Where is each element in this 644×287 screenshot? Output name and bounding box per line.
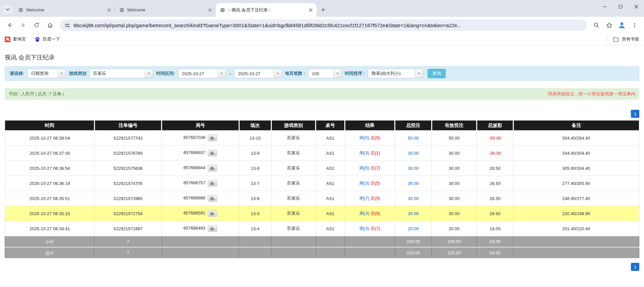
all-bookmarks[interactable]: 所有书签 [607, 36, 639, 42]
column-header-5: 桌号 [316, 121, 345, 131]
dropdown-arrow-icon[interactable] [415, 69, 423, 78]
dropdown-arrow-icon[interactable] [217, 69, 226, 78]
tab-search-button[interactable] [3, 5, 12, 14]
cell-session: 13-6 [239, 191, 271, 206]
result-banker: 庄(9) [370, 196, 380, 201]
reload-button[interactable] [30, 19, 43, 32]
window-minimize-button[interactable] [597, 0, 612, 13]
video-replay-button[interactable] [208, 225, 217, 232]
cell-bet-id: 522921574705 [94, 176, 161, 191]
back-button[interactable] [3, 19, 16, 32]
cell-remark: 334.40/304.40 [513, 146, 639, 161]
video-replay-button[interactable] [208, 195, 217, 202]
profile-avatar[interactable] [616, 19, 628, 31]
cell-game-type: 百家乐 [271, 176, 315, 191]
bet-record-row: 2025-10-27 06:35:51522921573965657686686… [5, 191, 639, 206]
address-bar[interactable]: 66cxkj98.com/ipl/portal.php/game/betreco… [60, 19, 587, 31]
window-close-button[interactable] [628, 0, 644, 13]
total-bet-link[interactable]: 30.00 [408, 166, 419, 171]
cell-bet-id: 522921577743 [94, 131, 161, 146]
result-banker: 庄(7) [370, 226, 380, 231]
cell-result: 闲(0) 庄(9) [345, 131, 395, 146]
game-type-select[interactable]: 百家乐 [89, 69, 153, 78]
cell-bet-id: 522921571697 [94, 221, 161, 236]
video-camera-icon [210, 151, 215, 155]
baidu-paw-icon [35, 37, 40, 42]
total-bet-link[interactable]: 30.00 [408, 196, 419, 201]
result-banker: 庄(5) [370, 181, 380, 186]
game-type-value: 百家乐 [90, 69, 145, 78]
browser-tab-1[interactable]: Welcome [14, 3, 115, 17]
dropdown-arrow-icon[interactable] [57, 69, 65, 78]
cell-game-type: 百家乐 [271, 221, 315, 236]
video-replay-button[interactable] [208, 165, 217, 172]
page-1-button[interactable]: 1 [631, 110, 639, 118]
mode-select[interactable]: 日期查询 [27, 69, 66, 78]
cell-valid-bet: 20.00 [432, 221, 477, 236]
total-bet-link[interactable]: 20.00 [408, 226, 419, 231]
zoom-icon[interactable] [590, 19, 602, 31]
url-text[interactable]: 66cxkj98.com/ipl/portal.php/game/betreco… [73, 22, 461, 28]
cell-total-bet: 30.00 [395, 146, 432, 161]
cell-session: 13-4 [239, 221, 271, 236]
cell-round-id: 657686591 [162, 206, 239, 221]
footer-cell-2 [162, 236, 239, 247]
cell-payout: 28.50 [477, 206, 513, 221]
footer-cell-10 [513, 247, 639, 258]
total-bet-link[interactable]: 50.00 [408, 136, 419, 141]
video-replay-button[interactable] [208, 135, 217, 141]
search-button[interactable]: 查询 [428, 69, 446, 78]
home-button[interactable] [44, 19, 56, 32]
cell-game-type: 百家乐 [271, 206, 315, 221]
cell-total-bet: 30.00 [395, 191, 432, 206]
column-header-0: 时间 [5, 121, 94, 131]
window-maximize-button[interactable] [612, 0, 628, 13]
total-bet-link[interactable]: 30.00 [408, 181, 419, 186]
cell-result: 闲(5) 庄(7) [345, 161, 395, 176]
browser-tab-2[interactable]: Welcome [115, 3, 216, 17]
bookmark-taobao[interactable]: 淘 爱淘宝 [5, 36, 26, 42]
date-from-select[interactable]: 2025-10-27 [178, 69, 226, 78]
total-bet-link[interactable]: 30.00 [408, 151, 419, 156]
footer-cell-7: 220.00 [395, 236, 432, 247]
dropdown-arrow-icon[interactable] [333, 69, 341, 78]
footer-cell-4 [271, 236, 315, 247]
bookmark-baidu[interactable]: 百度一下 [35, 36, 60, 42]
tab-close-icon[interactable] [207, 7, 213, 13]
bet-record-row: 2025-10-27 06:37:30522921576789657686937… [5, 146, 639, 161]
sort-label: 时间排序 : [345, 70, 365, 77]
date-range-label: 时间区间: [156, 70, 175, 77]
cell-result: 闲(3) 庄(9) [345, 206, 395, 221]
cell-result: 闲(3) 庄(1) [345, 146, 395, 161]
browser-tab-active[interactable]: :::视讯 会员下注纪录::: [216, 3, 316, 17]
bookmark-star-icon[interactable] [603, 19, 615, 31]
tab-close-icon[interactable] [106, 7, 112, 13]
footer-cell-1: 7 [94, 247, 161, 258]
column-header-4: 游戏类别 [271, 121, 315, 131]
dropdown-arrow-icon[interactable] [274, 69, 282, 78]
sort-select[interactable]: 降幂(由大到小) [368, 69, 423, 78]
game-type-label: 游戏类别 [69, 70, 86, 77]
summary-bar: 币别 : 人民币 | 总共 :7 注单 | 同局有效投注，统一计算在该局第一张注… [5, 88, 639, 100]
video-camera-icon [210, 212, 215, 216]
date-to-select[interactable]: 2025-10-27 [234, 69, 282, 78]
site-info-icon[interactable] [64, 22, 70, 28]
video-replay-button[interactable] [208, 210, 217, 217]
cell-table-no: AS1 [316, 221, 345, 236]
dropdown-arrow-icon[interactable] [145, 69, 153, 78]
result-player: 闲(3) [359, 211, 369, 216]
column-header-2: 局号 [162, 121, 239, 131]
result-banker: 庄(9) [370, 135, 380, 140]
video-replay-button[interactable] [208, 180, 217, 187]
total-bet-link[interactable]: 30.00 [408, 211, 419, 216]
result-player: 闲(0) [359, 135, 369, 140]
page-size-select[interactable]: 100 [308, 69, 342, 78]
video-replay-button[interactable] [208, 150, 217, 156]
page-1-button[interactable]: 1 [631, 263, 639, 271]
tab-close-icon[interactable] [308, 7, 314, 13]
bet-record-row: 2025-10-27 06:34:41522921571697657686493… [5, 221, 639, 236]
cell-table-no: AS1 [316, 176, 345, 191]
browser-menu-icon[interactable] [629, 19, 641, 31]
new-tab-button[interactable]: + [318, 5, 328, 14]
forward-button[interactable] [17, 19, 30, 32]
